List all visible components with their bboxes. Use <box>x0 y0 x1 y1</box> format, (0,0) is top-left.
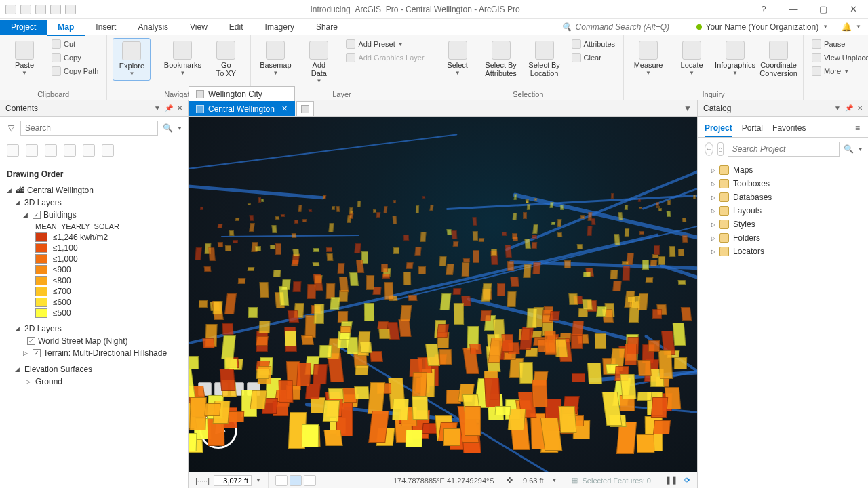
catalog-home-button[interactable]: ⌂ <box>717 142 724 156</box>
catalog-item-toolboxes[interactable]: ▷Toolboxes <box>698 177 868 190</box>
list-by-selection-icon[interactable] <box>45 144 57 157</box>
scene-node[interactable]: ◢🏙Central Wellington <box>7 184 181 197</box>
add-graphics-button[interactable]: Add Graphics Layer <box>343 52 427 64</box>
catalog-tab-favorites[interactable]: Favorites <box>772 121 806 137</box>
group-3d-layers[interactable]: ◢3D Layers <box>7 197 181 209</box>
select-by-attributes-button[interactable]: Select By Attributes <box>482 38 520 80</box>
layer-world-street-map[interactable]: ✓World Street Map (Night) <box>7 335 181 347</box>
expand-icon[interactable]: ▷ <box>711 181 715 187</box>
more-labeling-button[interactable]: More▼ <box>809 65 868 77</box>
expand-icon[interactable]: ▷ <box>711 167 715 174</box>
goto-xy-button[interactable]: Go To XY <box>207 38 245 80</box>
pin-icon[interactable]: 📌 <box>165 104 173 112</box>
checkbox-icon[interactable]: ✓ <box>27 337 35 345</box>
refresh-button[interactable]: ⟳ <box>684 476 690 485</box>
panel-close-icon[interactable]: ✕ <box>857 104 863 112</box>
scale-input[interactable] <box>214 475 252 486</box>
qat-save-icon[interactable] <box>35 5 46 14</box>
qat-undo-icon[interactable] <box>50 5 61 14</box>
copy-button[interactable]: Copy <box>49 52 101 64</box>
document-tab[interactable]: Wellington City <box>189 86 295 101</box>
catalog-tab-project[interactable]: Project <box>705 121 732 137</box>
snap-1[interactable] <box>275 475 288 486</box>
basemap-button[interactable]: Basemap▼ <box>256 38 294 79</box>
new-view-button[interactable] <box>296 101 314 116</box>
layer-buildings[interactable]: ◢✓Buildings <box>7 209 181 221</box>
ribbon-tab-view[interactable]: View <box>179 20 218 35</box>
project-tab[interactable]: Project <box>0 20 47 35</box>
catalog-back-button[interactable]: ← <box>705 142 713 156</box>
catalog-item-layouts[interactable]: ▷Layouts <box>698 204 868 218</box>
expand-icon[interactable]: ▷ <box>711 208 715 214</box>
close-tab-icon[interactable]: ✕ <box>281 104 288 113</box>
scale-cell[interactable]: |·····|▼ <box>189 472 269 488</box>
paste-button[interactable]: Paste▼ <box>5 38 43 79</box>
coordinates-cell[interactable]: 174.7878885°E 41.2749294°S ✜ 9.63 ft▼ <box>387 472 565 488</box>
close-button[interactable]: ✕ <box>838 0 868 19</box>
panel-dropdown-icon[interactable]: ▼ <box>154 104 161 112</box>
view-unplaced-button[interactable]: View Unplaced <box>809 52 868 64</box>
ribbon-tab-analysis[interactable]: Analysis <box>127 20 179 35</box>
selected-features-cell[interactable]: ▦Selected Features: 0 <box>564 472 658 488</box>
maximize-button[interactable]: ▢ <box>808 0 838 19</box>
add-data-button[interactable]: Add Data▼ <box>300 38 338 87</box>
catalog-item-folders[interactable]: ▷Folders <box>698 231 868 245</box>
locate-button[interactable]: Locate▼ <box>673 38 711 79</box>
select-by-location-button[interactable]: Select By Location <box>526 38 564 80</box>
notifications-button[interactable]: 🔔▼ <box>835 22 868 32</box>
search-icon[interactable]: 🔍 <box>162 123 173 134</box>
catalog-menu-icon[interactable]: ≡ <box>854 121 861 137</box>
qat-redo-icon[interactable] <box>65 5 76 14</box>
tab-menu-button[interactable]: ▼ <box>678 101 697 116</box>
filter-icon[interactable]: ▽ <box>5 123 16 134</box>
pin-icon[interactable]: 📌 <box>845 104 853 112</box>
catalog-item-styles[interactable]: ▷Styles <box>698 218 868 231</box>
ribbon-tab-insert[interactable]: Insert <box>85 20 127 35</box>
ribbon-tab-share[interactable]: Share <box>305 20 349 35</box>
expand-icon[interactable]: ▷ <box>711 249 715 255</box>
command-search-input[interactable] <box>576 22 684 32</box>
panel-dropdown-icon[interactable]: ▼ <box>834 104 841 112</box>
measure-button[interactable]: Measure▼ <box>629 38 667 79</box>
panel-close-icon[interactable]: ✕ <box>177 104 182 112</box>
attributes-button[interactable]: Attributes <box>569 38 618 50</box>
catalog-item-maps[interactable]: ▷Maps <box>698 163 868 177</box>
list-by-editing-icon[interactable] <box>64 144 76 157</box>
pause-labeling-button[interactable]: Pause <box>809 38 868 50</box>
list-by-snapping-icon[interactable] <box>83 144 95 157</box>
document-tab[interactable]: Central Wellington✕ <box>189 101 295 116</box>
infographics-button[interactable]: Infographics▼ <box>716 38 754 79</box>
ribbon-tab-imagery[interactable]: Imagery <box>254 20 305 35</box>
add-preset-button[interactable]: Add Preset▼ <box>343 38 427 50</box>
user-account[interactable]: Your Name (Your Organization) ▼ <box>690 22 835 32</box>
group-elevation[interactable]: ◢Elevation Surfaces <box>7 363 181 375</box>
map-view[interactable] <box>189 117 697 472</box>
clear-selection-button[interactable]: Clear <box>569 52 618 64</box>
search-icon[interactable]: 🔍 <box>844 144 854 154</box>
ribbon-tab-edit[interactable]: Edit <box>218 20 254 35</box>
catalog-tab-portal[interactable]: Portal <box>742 121 763 137</box>
expand-icon[interactable]: ▷ <box>711 222 715 228</box>
group-2d-layers[interactable]: ◢2D Layers <box>7 323 181 335</box>
coordinate-conversion-button[interactable]: Coordinate Conversion <box>760 38 797 80</box>
expand-icon[interactable]: ▷ <box>711 235 715 241</box>
explore-button[interactable]: Explore▼ <box>113 38 151 81</box>
cut-button[interactable]: Cut <box>49 38 101 50</box>
copy-path-button[interactable]: Copy Path <box>49 65 101 77</box>
help-button[interactable]: ? <box>749 0 778 19</box>
pause-drawing-button[interactable]: ❚❚ <box>665 476 677 485</box>
snap-3[interactable] <box>304 475 316 486</box>
ground-surface[interactable]: ▷Ground <box>7 375 181 388</box>
contents-search-input[interactable] <box>20 121 158 136</box>
bookmarks-button[interactable]: Bookmarks▼ <box>163 38 201 79</box>
catalog-item-locators[interactable]: ▷Locators <box>698 245 868 258</box>
qat-new-icon[interactable] <box>5 5 16 14</box>
list-by-drawing-icon[interactable] <box>7 144 19 157</box>
snap-2[interactable] <box>290 475 302 486</box>
checkbox-icon[interactable]: ✓ <box>33 349 41 357</box>
expand-icon[interactable]: ▷ <box>711 195 715 201</box>
qat-open-icon[interactable] <box>20 5 31 14</box>
command-search[interactable]: 🔍 <box>556 22 690 32</box>
list-by-source-icon[interactable] <box>26 144 38 157</box>
ribbon-tab-map[interactable]: Map <box>47 20 85 36</box>
